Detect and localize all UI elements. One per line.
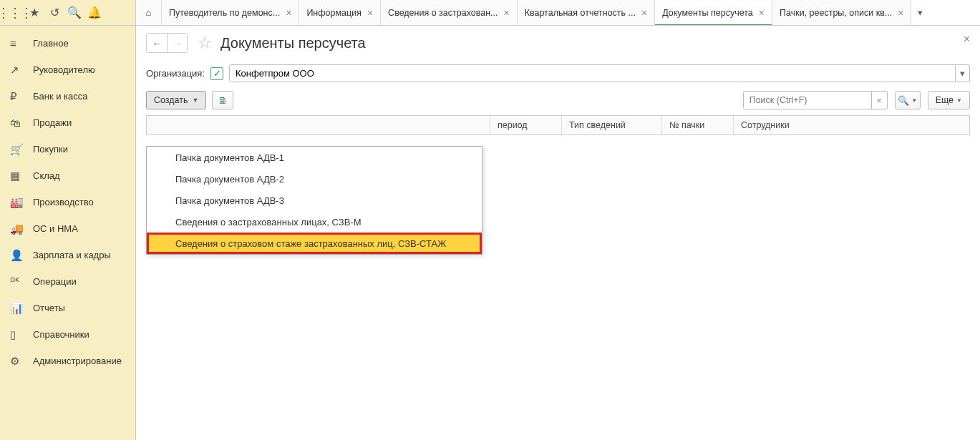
grid-icon: ▦ — [10, 170, 26, 182]
sidebar-item-label: Администрирование — [33, 356, 122, 366]
sidebar-item-label: Зарплата и кадры — [33, 250, 111, 260]
factory-icon: 🏭 — [10, 196, 26, 209]
sidebar-item-operations[interactable]: ᴰᴷОперации — [0, 268, 135, 295]
close-icon[interactable]: × — [898, 7, 903, 19]
sidebar-item-label: ОС и НМА — [33, 223, 78, 234]
table-header: период Тип сведений № пачки Сотрудники — [146, 115, 970, 135]
dropdown-item-adv2[interactable]: Пачка документов АДВ-2 — [147, 168, 482, 190]
tab-5[interactable]: Пачки, реестры, описи кв...× — [772, 0, 911, 25]
close-icon[interactable]: × — [641, 7, 647, 19]
sidebar-item-reports[interactable]: 📊Отчеты — [0, 295, 135, 321]
sidebar-item-os-nma[interactable]: 🚚ОС и НМА — [0, 215, 135, 242]
apps-grid-icon[interactable]: ⋮⋮⋮ — [4, 3, 24, 23]
sidebar-item-manager[interactable]: ↗Руководителю — [0, 57, 135, 83]
sidebar-item-label: Руководителю — [33, 64, 95, 75]
home-icon: ⌂ — [146, 7, 152, 18]
sidebar: ≡Главное ↗Руководителю ₽Банк и касса 🛍Пр… — [0, 26, 136, 440]
col-period[interactable]: период — [490, 116, 562, 135]
nav-back-button[interactable]: ← — [147, 34, 167, 52]
tab-2[interactable]: Сведения о застрахован...× — [381, 0, 518, 25]
cart-icon: 🛒 — [10, 143, 26, 156]
search-input[interactable] — [743, 91, 872, 109]
sidebar-item-salary[interactable]: 👤Зарплата и кадры — [0, 242, 135, 268]
close-icon[interactable]: × — [964, 33, 970, 46]
caret-icon: ▼ — [193, 97, 199, 104]
sidebar-item-admin[interactable]: ⚙Администрирование — [0, 348, 135, 374]
sidebar-item-label: Отчеты — [33, 303, 65, 313]
bell-icon[interactable]: 🔔 — [84, 3, 105, 23]
sidebar-item-production[interactable]: 🏭Производство — [0, 189, 135, 215]
tab-home[interactable]: ⌂ — [136, 0, 162, 25]
book-icon: ▯ — [10, 328, 26, 341]
operations-icon: ᴰᴷ — [10, 275, 26, 288]
dropdown-item-adv1[interactable]: Пачка документов АДВ-1 — [147, 147, 482, 168]
tab-1[interactable]: Информация× — [299, 0, 381, 25]
tab-3[interactable]: Квартальная отчетность ...× — [518, 0, 655, 25]
sidebar-item-label: Справочники — [33, 329, 89, 340]
ruble-icon: ₽ — [10, 90, 26, 103]
tab-label: Путеводитель по демонс... — [169, 8, 280, 18]
sidebar-item-label: Главное — [33, 38, 69, 49]
create-button[interactable]: Создать▼ — [146, 91, 206, 109]
tab-label: Сведения о застрахован... — [388, 8, 498, 18]
chart-icon: 📊 — [10, 302, 26, 315]
close-icon[interactable]: × — [759, 7, 765, 19]
tab-label: Документы персучета — [662, 8, 753, 18]
sidebar-item-warehouse[interactable]: ▦Склад — [0, 162, 135, 189]
col-packno[interactable]: № пачки — [662, 116, 734, 135]
search-run-button[interactable]: 🔍▼ — [895, 91, 921, 109]
nav-forward-button[interactable]: → — [167, 34, 187, 52]
close-icon[interactable]: × — [286, 7, 291, 19]
organization-label: Организация: — [146, 68, 205, 79]
close-icon[interactable]: × — [367, 7, 373, 19]
search-icon[interactable]: 🔍 — [64, 3, 84, 23]
sidebar-item-bank[interactable]: ₽Банк и касса — [0, 83, 135, 109]
sidebar-item-label: Покупки — [33, 144, 68, 155]
close-icon[interactable]: × — [504, 7, 510, 19]
trend-icon: ↗ — [10, 64, 26, 77]
tab-4[interactable]: Документы персучета× — [655, 0, 772, 25]
more-button[interactable]: Еще▼ — [928, 91, 970, 109]
star-icon[interactable]: ★ — [24, 3, 44, 23]
dropdown-item-szv-stazh[interactable]: Сведения о страховом стаже застрахованны… — [147, 233, 482, 254]
caret-icon: ▼ — [956, 97, 962, 104]
dropdown-item-adv3[interactable]: Пачка документов АДВ-3 — [147, 190, 482, 211]
sidebar-item-label: Операции — [33, 276, 77, 287]
refresh-doc-button[interactable]: 🗎 — [212, 91, 233, 109]
dropdown-item-szvm[interactable]: Сведения о застрахованных лицах, СЗВ-М — [147, 211, 482, 233]
person-icon: 👤 — [10, 249, 26, 262]
history-icon[interactable]: ↺ — [44, 3, 64, 23]
organization-dropdown[interactable]: ▾ — [956, 64, 970, 82]
tab-label: Пачки, реестры, описи кв... — [780, 8, 892, 18]
truck-icon: 🚚 — [10, 223, 26, 235]
sidebar-item-sales[interactable]: 🛍Продажи — [0, 109, 135, 136]
page-title: Документы персучета — [220, 35, 366, 52]
tab-0[interactable]: Путеводитель по демонс...× — [162, 0, 299, 25]
sidebar-item-label: Продажи — [33, 117, 72, 128]
caret-icon: ▼ — [911, 97, 917, 104]
col-hidden[interactable] — [147, 116, 490, 135]
gear-icon: ⚙ — [10, 355, 26, 368]
sidebar-item-main[interactable]: ≡Главное — [0, 30, 135, 57]
tab-label: Квартальная отчетность ... — [525, 8, 636, 18]
tabs-dropdown[interactable]: ▾ — [911, 0, 928, 25]
tab-label: Информация — [306, 8, 362, 18]
sidebar-item-label: Банк и касса — [33, 91, 88, 102]
bag-icon: 🛍 — [10, 117, 26, 129]
favorite-star-icon[interactable]: ☆ — [198, 34, 212, 52]
search-clear-button[interactable]: × — [872, 91, 888, 109]
create-label: Создать — [154, 95, 188, 105]
sidebar-item-references[interactable]: ▯Справочники — [0, 321, 135, 348]
sidebar-item-label: Производство — [33, 197, 94, 207]
organization-input[interactable] — [229, 64, 956, 82]
create-dropdown: Пачка документов АДВ-1 Пачка документов … — [146, 146, 482, 255]
menu-icon: ≡ — [10, 37, 26, 49]
sidebar-item-label: Склад — [33, 170, 60, 181]
organization-checkbox[interactable]: ✓ — [210, 67, 223, 80]
sidebar-item-purchases[interactable]: 🛒Покупки — [0, 136, 135, 162]
col-type[interactable]: Тип сведений — [562, 116, 662, 135]
col-employees[interactable]: Сотрудники — [734, 116, 969, 135]
more-label: Еще — [936, 95, 954, 105]
